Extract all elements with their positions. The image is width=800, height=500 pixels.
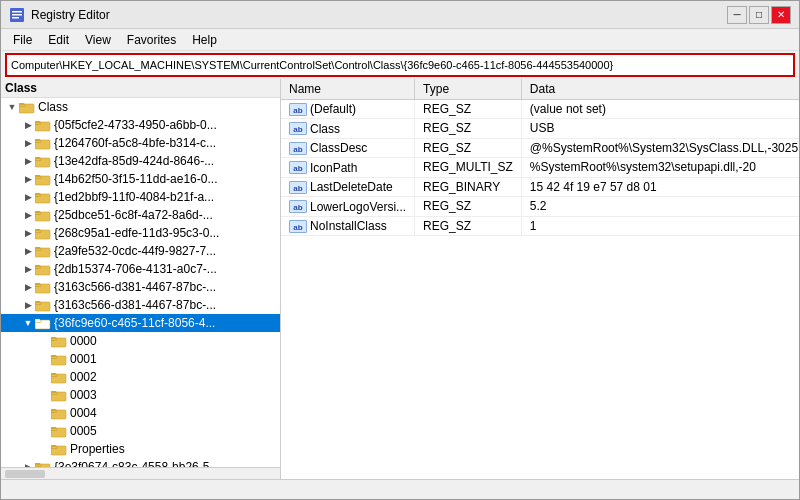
tree-item-item-13e4[interactable]: ▶ {13e42dfa-85d9-424d-8646-... [1,152,280,170]
svg-rect-39 [35,301,40,303]
tree-item-item-1ed2[interactable]: ▶ {1ed2bbf9-11f0-4084-b21f-a... [1,188,280,206]
cell-type: REG_SZ [415,197,522,217]
col-data: Data [521,79,799,99]
tree-item-item-0005[interactable]: 0005 [1,422,280,440]
expand-btn[interactable]: ▶ [21,300,35,310]
expand-btn[interactable]: ▶ [21,138,35,148]
folder-icon [35,263,51,276]
table-row[interactable]: ab(Default)REG_SZ(value not set) [281,99,799,119]
menu-bar: File Edit View Favorites Help [1,29,799,51]
tree-item-item-0002[interactable]: 0002 [1,368,280,386]
table-row[interactable]: abClassDescREG_SZ@%SystemRoot%\System32\… [281,138,799,158]
cell-name: abLastDeleteDate [281,177,415,197]
tree-item-item-0001[interactable]: 0001 [1,350,280,368]
svg-rect-3 [12,17,19,19]
tree-item-item-3e3f[interactable]: ▶ {3e3f0674-c83c-4558-bb26-5... [1,458,280,467]
ab-icon: ab [289,103,307,116]
svg-rect-12 [35,139,40,141]
minimize-button[interactable]: ─ [727,6,747,24]
folder-icon [35,191,51,204]
tree-item-label: 0005 [70,424,97,438]
table-row[interactable]: abClassREG_SZUSB [281,119,799,139]
tree-item-item-0003[interactable]: 0003 [1,386,280,404]
tree-item-item-0004[interactable]: 0004 [1,404,280,422]
table-row[interactable]: abNoInstallClassREG_SZ1 [281,216,799,236]
tree-item-label: Class [38,100,68,114]
menu-view[interactable]: View [77,31,119,49]
tree-item-item-36fc[interactable]: ▼ {36fc9e60-c465-11cf-8056-4... [1,314,280,332]
folder-icon [51,371,67,384]
tree-item-label: 0001 [70,352,97,366]
folder-icon [19,101,35,114]
expand-btn[interactable]: ▶ [21,174,35,184]
close-button[interactable]: ✕ [771,6,791,24]
table-row[interactable]: abLowerLogoVersi...REG_SZ5.2 [281,197,799,217]
cell-name: ab(Default) [281,99,415,119]
expand-btn[interactable]: ▶ [21,282,35,292]
tree-item-label: {14b62f50-3f15-11dd-ae16-0... [54,172,217,186]
tree-item-item-3163b[interactable]: ▶ {3163c566-d381-4467-87bc-... [1,296,280,314]
tree-item-item-0000[interactable]: 0000 [1,332,280,350]
svg-rect-45 [51,337,56,339]
svg-rect-33 [35,265,40,267]
tree-item-class-root[interactable]: ▼ Class [1,98,280,116]
tree-item-item-props[interactable]: Properties [1,440,280,458]
horizontal-scrollbar[interactable] [1,467,280,479]
expand-btn[interactable]: ▶ [21,210,35,220]
tree-item-item-1264[interactable]: ▶ {1264760f-a5c8-4bfe-b314-c... [1,134,280,152]
expand-btn[interactable]: ▶ [21,192,35,202]
svg-rect-9 [35,121,40,123]
tree-item-item-25db[interactable]: ▶ {25dbce51-6c8f-4a72-8a6d-... [1,206,280,224]
tree-item-item-268c[interactable]: ▶ {268c95a1-edfe-11d3-95c3-0... [1,224,280,242]
cell-name: abClassDesc [281,138,415,158]
registry-editor-window: Registry Editor ─ □ ✕ File Edit View Fav… [0,0,800,500]
tree-item-label: 0002 [70,370,97,384]
expand-btn[interactable]: ▶ [21,264,35,274]
svg-rect-1 [12,11,22,13]
folder-icon [51,335,67,348]
folder-icon [35,227,51,240]
folder-icon [51,425,67,438]
main-content: Class ▼ Class▶ {05f5cfe2-4733-4950-a6bb-… [1,79,799,479]
tree-item-label: {1ed2bbf9-11f0-4084-b21f-a... [54,190,214,204]
tree-item-label: {3e3f0674-c83c-4558-bb26-5... [54,460,219,467]
maximize-button[interactable]: □ [749,6,769,24]
tree-item-item-3163a[interactable]: ▶ {3163c566-d381-4467-87bc-... [1,278,280,296]
tree-item-item-2db1[interactable]: ▶ {2db15374-706e-4131-a0c7-... [1,260,280,278]
folder-icon [35,281,51,294]
col-type: Type [415,79,522,99]
table-row[interactable]: abIconPathREG_MULTI_SZ%SystemRoot%\syste… [281,158,799,178]
expand-btn[interactable]: ▼ [5,102,19,112]
cell-type: REG_SZ [415,216,522,236]
expand-btn[interactable]: ▼ [21,318,35,328]
expand-btn[interactable]: ▶ [21,156,35,166]
svg-rect-27 [35,229,40,231]
table-row[interactable]: abLastDeleteDateREG_BINARY15 42 4f 19 e7… [281,177,799,197]
tree-item-item-05f5[interactable]: ▶ {05f5cfe2-4733-4950-a6bb-0... [1,116,280,134]
window-controls: ─ □ ✕ [727,6,791,24]
menu-file[interactable]: File [5,31,40,49]
cell-data: 15 42 4f 19 e7 57 d8 01 [521,177,799,197]
folder-icon [35,245,51,258]
menu-edit[interactable]: Edit [40,31,77,49]
menu-help[interactable]: Help [184,31,225,49]
ab-icon: ab [289,161,307,174]
cell-data: %SystemRoot%\system32\setupapi.dll,-20 [521,158,799,178]
folder-icon [35,137,51,150]
folder-icon [51,389,67,402]
cell-name: abIconPath [281,158,415,178]
tree-item-item-14b6[interactable]: ▶ {14b62f50-3f15-11dd-ae16-0... [1,170,280,188]
expand-btn[interactable]: ▶ [21,246,35,256]
expand-btn[interactable]: ▶ [21,228,35,238]
tree-item-item-2a9f[interactable]: ▶ {2a9fe532-0cdc-44f9-9827-7... [1,242,280,260]
folder-icon [35,173,51,186]
address-bar[interactable]: Computer\HKEY_LOCAL_MACHINE\SYSTEM\Curre… [5,53,795,77]
expand-btn[interactable]: ▶ [21,120,35,130]
folder-icon [35,317,51,330]
tree-content[interactable]: ▼ Class▶ {05f5cfe2-4733-4950-a6bb-0...▶ … [1,98,280,467]
svg-rect-36 [35,283,40,285]
right-pane: Name Type Data ab(Default)REG_SZ(value n… [281,79,799,479]
folder-icon [35,209,51,222]
menu-favorites[interactable]: Favorites [119,31,184,49]
folder-icon [51,443,67,456]
